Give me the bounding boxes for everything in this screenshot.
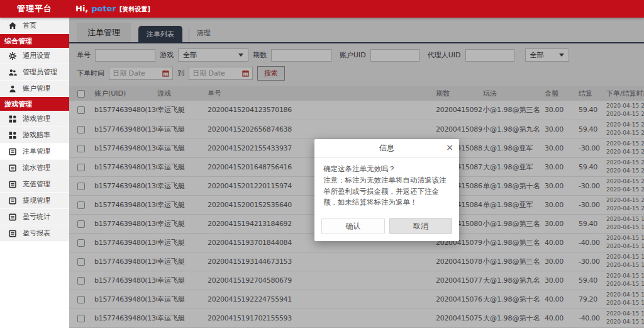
doc-icon: [8, 213, 17, 222]
doc-icon: [8, 196, 17, 205]
app-logo-title: 管理平台: [0, 3, 69, 14]
sidebar-item-label: 盈亏统计: [23, 212, 50, 222]
close-icon[interactable]: ×: [446, 143, 453, 152]
sidebar-item[interactable]: 账户管理: [0, 81, 69, 97]
user-icon: [8, 84, 17, 93]
dialog-title-bar: 信息 ×: [314, 139, 459, 158]
grid-icon: [8, 115, 17, 123]
top-header-bar: 管理平台 Hi, peter [资料设置]: [0, 0, 644, 18]
user-greeting: Hi, peter [资料设置]: [75, 4, 150, 14]
sidebar-item[interactable]: 首页: [0, 18, 69, 34]
dialog-question-text: 确定这条注单无效吗？: [323, 164, 450, 175]
doc-icon: [8, 164, 17, 172]
sidebar-item-active[interactable]: 注单管理: [0, 144, 69, 160]
dialog-message: 确定这条注单无效吗？ 注意：标注为无效注单将自动清退该注单所盈利或亏损金额，并返…: [314, 158, 459, 212]
sidebar-item[interactable]: 充值管理: [0, 176, 69, 193]
sidebar-item-label: 游戏管理: [23, 114, 50, 123]
sidebar-item-label: 盈亏报表: [23, 229, 50, 238]
sidebar: 首页综合管理通用设置管理员管理账户管理游戏管理游戏管理游戏赔率注单管理流水管理充…: [0, 18, 69, 328]
confirm-dialog: 信息 × 确定这条注单无效吗？ 注意：标注为无效注单将自动清退该注单所盈利或亏损…: [314, 139, 459, 241]
sidebar-item-label: 游戏赔率: [23, 130, 50, 140]
sidebar-item[interactable]: 游戏管理: [0, 111, 69, 127]
gear-icon: [8, 52, 17, 60]
sidebar-section-header: 综合管理: [0, 34, 69, 48]
sidebar-item[interactable]: 提现管理: [0, 193, 69, 209]
admins-icon: [8, 68, 17, 77]
sidebar-item-label: 注单管理: [23, 147, 50, 156]
sidebar-item-label: 流水管理: [23, 163, 50, 172]
sidebar-item[interactable]: 盈亏报表: [0, 225, 69, 242]
confirm-button[interactable]: 确认: [321, 218, 385, 234]
sidebar-item-label: 管理员管理: [23, 67, 57, 77]
sidebar-item-label: 通用设置: [23, 51, 50, 60]
dialog-notice-text: 注意：标注为无效注单将自动清退该注单所盈利或亏损金额，并返还下注金额，如未结算将…: [323, 175, 450, 208]
sidebar-item[interactable]: 管理员管理: [0, 64, 69, 81]
sidebar-item-label: 首页: [23, 21, 36, 30]
doc-icon: [8, 229, 17, 238]
home-icon: [8, 21, 17, 30]
sidebar-item[interactable]: 盈亏统计: [0, 209, 69, 225]
sidebar-item-label: 充值管理: [23, 179, 50, 189]
dialog-footer: 确认 取消: [314, 212, 459, 241]
main-content: 注单管理 注单列表 清理 单号 游戏 全部 期数 账户UID 代理人UID: [69, 18, 644, 328]
profile-settings-link[interactable]: [资料设置]: [119, 5, 150, 14]
sidebar-section-header: 游戏管理: [0, 97, 69, 111]
greeting-prefix: Hi,: [75, 4, 88, 13]
dialog-title: 信息: [379, 143, 394, 154]
admin-app: 管理平台 Hi, peter [资料设置] 首页综合管理通用设置管理员管理账户管…: [0, 0, 644, 328]
doc-icon: [8, 180, 17, 189]
cancel-button[interactable]: 取消: [389, 218, 453, 234]
username: peter: [91, 4, 116, 13]
sidebar-item-label: 账户管理: [23, 84, 50, 93]
doc-icon: [8, 147, 17, 156]
sidebar-item[interactable]: 通用设置: [0, 48, 69, 64]
grid-icon: [8, 131, 17, 140]
sidebar-item[interactable]: 流水管理: [0, 160, 69, 176]
sidebar-item-label: 提现管理: [23, 196, 50, 205]
sidebar-item[interactable]: 游戏赔率: [0, 127, 69, 144]
